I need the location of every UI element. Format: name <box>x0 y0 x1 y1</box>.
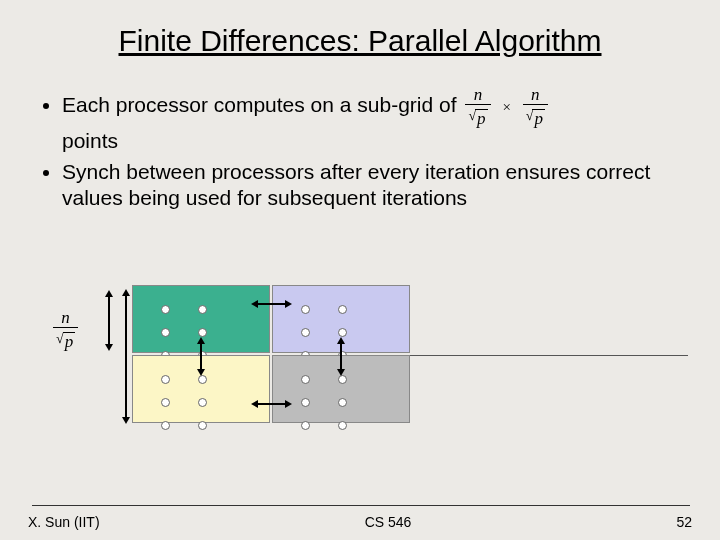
denominator-sqrt-p-2: p <box>532 109 545 127</box>
denominator-sqrt-p: p <box>475 109 488 127</box>
fraction-n-over-sqrt-p-2: n p <box>523 86 548 127</box>
vertical-axis-label: n p <box>50 309 81 350</box>
bullet-2: Synch between processors after every ite… <box>62 159 678 212</box>
axis-p: p <box>63 332 76 350</box>
footer-page: 52 <box>676 514 692 530</box>
times-symbol: × <box>502 99 510 115</box>
footer-course: CS 546 <box>365 514 412 530</box>
bullet-1-suffix: points <box>62 129 118 152</box>
numerator-n: n <box>471 86 486 104</box>
horizontal-rule <box>388 355 688 356</box>
slide: Finite Differences: Parallel Algorithm E… <box>0 0 720 540</box>
footer: X. Sun (IIT) CS 546 52 <box>0 514 720 530</box>
bullet-1-prefix: Each processor computes on a sub-grid of <box>62 93 462 116</box>
bullet-list: Each processor computes on a sub-grid of… <box>62 86 678 211</box>
footer-author: X. Sun (IIT) <box>28 514 100 530</box>
axis-n: n <box>58 309 73 327</box>
numerator-n-2: n <box>528 86 543 104</box>
fraction-n-over-sqrt-p: n p <box>465 86 490 127</box>
footer-rule <box>32 505 690 506</box>
bullet-1: Each processor computes on a sub-grid of… <box>62 86 678 155</box>
slide-title: Finite Differences: Parallel Algorithm <box>28 24 692 58</box>
